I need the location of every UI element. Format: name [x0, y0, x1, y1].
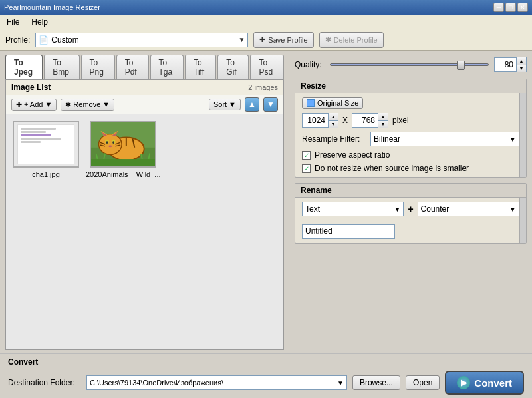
- convert-icon: ▶: [457, 376, 470, 389]
- preserve-aspect-row: ✓ Preserve aspect ratio: [302, 150, 519, 160]
- destination-input[interactable]: C:\Users\79134\OneDrive\Изображения\ ▼: [86, 375, 347, 390]
- menu-help[interactable]: Help: [29, 17, 51, 27]
- no-resize-smaller-label: Do not resize when source image is small…: [315, 164, 469, 173]
- counter-option-label: Counter: [421, 204, 450, 214]
- tab-tga[interactable]: To Tga: [150, 55, 184, 79]
- pixel-label: pixel: [392, 116, 409, 125]
- rename-section: Rename Text ▼ + Counter ▼ Untitled: [295, 183, 527, 244]
- list-item[interactable]: 2020Animals__Wild_...: [86, 121, 161, 178]
- dest-dropdown-icon: ▼: [337, 379, 344, 387]
- tab-tiff[interactable]: To Tiff: [185, 55, 216, 79]
- quality-slider[interactable]: [330, 59, 489, 70]
- image-list-header: Image List 2 images: [6, 80, 283, 95]
- preserve-aspect-checkbox[interactable]: ✓: [302, 151, 311, 160]
- text-select[interactable]: Text ▼: [302, 202, 404, 216]
- counter-select[interactable]: Counter ▼: [418, 202, 519, 216]
- profile-label: Profile:: [5, 35, 30, 45]
- maximize-button[interactable]: □: [505, 3, 516, 12]
- resize-content: Original Size 1024 ▲ ▼ X 768 ▲: [295, 93, 526, 177]
- destination-label: Destination Folder:: [8, 378, 81, 387]
- menu-file[interactable]: File: [4, 17, 22, 27]
- quality-spinners: ▲ ▼: [516, 57, 526, 72]
- tab-gif[interactable]: To Gif: [217, 55, 249, 79]
- sort-dropdown-icon: ▼: [229, 100, 236, 108]
- rename-title: Rename: [295, 184, 526, 198]
- move-down-button[interactable]: ▼: [263, 97, 278, 112]
- svg-rect-22: [91, 159, 155, 167]
- browse-button[interactable]: Browse...: [352, 375, 400, 390]
- resample-select[interactable]: Bilinear ▼: [370, 132, 519, 146]
- counter-dropdown-icon: ▼: [509, 206, 516, 213]
- close-button[interactable]: ✕: [517, 3, 528, 12]
- image-list-content: cha1.jpg: [6, 114, 283, 349]
- resize-section: Resize Original Size 1024 ▲ ▼ X: [295, 79, 527, 178]
- preserve-aspect-label: Preserve aspect ratio: [315, 150, 390, 160]
- quality-value: 80 ▲ ▼: [494, 57, 527, 72]
- menu-bar: File Help: [0, 15, 532, 29]
- svg-point-11: [106, 141, 108, 144]
- minimize-button[interactable]: ─: [493, 3, 504, 12]
- tab-pdf[interactable]: To Pdf: [116, 55, 149, 79]
- tab-jpeg[interactable]: To Jpeg: [5, 55, 43, 79]
- rename-scrollbar[interactable]: [519, 198, 526, 243]
- window-title: Pearlmountain Image Resizer: [4, 3, 100, 11]
- resize-title: Resize: [295, 79, 526, 93]
- height-spinners: ▲ ▼: [378, 113, 388, 128]
- dimension-row: 1024 ▲ ▼ X 768 ▲ ▼ pixel: [302, 113, 519, 128]
- rename-text-input[interactable]: Untitled: [302, 224, 395, 239]
- image-list-panel: Image List 2 images ✚ + Add ▼ ✱ Remove ▼…: [5, 79, 284, 350]
- list-item[interactable]: cha1.jpg: [13, 121, 79, 178]
- chevron-down-icon: ▼: [238, 36, 245, 43]
- right-panel: Quality: 80 ▲ ▼ Resize Origin: [289, 51, 532, 353]
- save-profile-button[interactable]: ✚ Save Profile: [253, 32, 313, 48]
- remove-icon: ✱: [65, 100, 71, 109]
- quality-down-button[interactable]: ▼: [517, 65, 526, 73]
- move-up-button[interactable]: ▲: [245, 97, 259, 112]
- width-up-button[interactable]: ▲: [329, 113, 338, 121]
- title-bar-buttons: ─ □ ✕: [493, 3, 528, 12]
- height-input[interactable]: 768 ▲ ▼: [352, 113, 388, 128]
- title-bar: Pearlmountain Image Resizer ─ □ ✕: [0, 0, 532, 15]
- width-input[interactable]: 1024 ▲ ▼: [302, 113, 338, 128]
- delete-profile-button[interactable]: ✱ Delete Profile: [319, 32, 384, 48]
- profile-select[interactable]: 📄 Custom ▼: [35, 33, 248, 47]
- width-spinners: ▲ ▼: [328, 113, 338, 128]
- remove-label: Remove: [73, 100, 100, 108]
- height-down-button[interactable]: ▼: [378, 121, 388, 128]
- quality-up-button[interactable]: ▲: [517, 57, 526, 65]
- tab-png[interactable]: To Png: [81, 55, 115, 79]
- resample-dropdown-icon: ▼: [509, 136, 516, 143]
- resize-scrollbar[interactable]: [519, 93, 526, 177]
- sort-button[interactable]: Sort ▼: [209, 99, 241, 110]
- slider-thumb[interactable]: [457, 61, 465, 70]
- profile-icon: 📄: [39, 35, 49, 45]
- remove-button[interactable]: ✱ Remove ▼: [61, 99, 114, 111]
- tabs-bar: To Jpeg To Bmp To Png To Pdf To Tga To T…: [0, 51, 289, 79]
- width-down-button[interactable]: ▼: [329, 121, 338, 128]
- tab-bmp[interactable]: To Bmp: [44, 55, 79, 79]
- tab-psd[interactable]: To Psd: [250, 55, 284, 79]
- image-thumbnail-1: [13, 121, 79, 168]
- rename-content: Text ▼ + Counter ▼ Untitled: [295, 198, 526, 243]
- convert-title: Convert: [8, 357, 524, 367]
- quality-number: 80: [495, 60, 516, 69]
- original-size-button[interactable]: Original Size: [302, 97, 363, 109]
- svg-point-13: [109, 145, 112, 147]
- add-button[interactable]: ✚ + Add ▼: [11, 99, 57, 111]
- open-button[interactable]: Open: [406, 375, 440, 390]
- add-icon: ✚: [16, 100, 22, 109]
- convert-bottom: Destination Folder: C:\Users\79134\OneDr…: [8, 371, 524, 395]
- image-list-title: Image List: [11, 83, 51, 92]
- delete-profile-label: Delete Profile: [334, 36, 378, 44]
- height-value: 768: [352, 116, 378, 125]
- rename-text-value: Untitled: [305, 226, 332, 236]
- no-resize-smaller-checkbox[interactable]: ✓: [302, 164, 311, 173]
- original-size-label: Original Size: [317, 99, 358, 107]
- no-resize-smaller-row: ✓ Do not resize when source image is sma…: [302, 164, 519, 173]
- rename-row: Text ▼ + Counter ▼: [302, 202, 519, 216]
- delete-icon: ✱: [325, 35, 331, 44]
- profile-bar: Profile: 📄 Custom ▼ ✚ Save Profile ✱ Del…: [0, 29, 532, 51]
- svg-point-12: [112, 141, 114, 144]
- convert-button[interactable]: ▶ Convert: [445, 371, 524, 395]
- height-up-button[interactable]: ▲: [378, 113, 388, 121]
